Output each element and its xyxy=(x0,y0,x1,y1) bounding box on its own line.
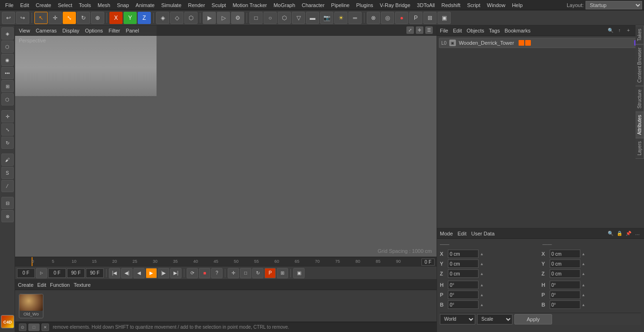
size-h-arrow[interactable]: ▲ xyxy=(582,283,586,287)
obj-menu-file[interactable]: File xyxy=(440,28,448,33)
timeline-view-icon[interactable]: ⊞ xyxy=(277,268,288,278)
attr-more-icon[interactable]: … xyxy=(634,230,641,237)
menu-snap[interactable]: Snap xyxy=(114,0,132,10)
size-p-input[interactable] xyxy=(550,291,580,299)
menu-script[interactable]: Script xyxy=(464,0,484,10)
rot-p-arrow[interactable]: ▲ xyxy=(480,293,484,297)
obj-add-icon[interactable]: + xyxy=(625,27,632,34)
pos-y-arrow[interactable]: ▲ xyxy=(480,262,484,266)
scale-x-input[interactable] xyxy=(550,250,580,258)
preview-max-input[interactable] xyxy=(86,268,104,278)
status-icon-2[interactable]: □ xyxy=(28,324,40,331)
rot-b-input[interactable] xyxy=(448,300,479,309)
menu-simulate[interactable]: Simulate xyxy=(158,0,185,10)
menu-window[interactable]: Window xyxy=(484,0,509,10)
sphere-button[interactable]: ○ xyxy=(264,12,277,24)
rotate-button[interactable]: ↻ xyxy=(77,12,90,24)
object-mode-icon[interactable]: ◈ xyxy=(1,27,14,40)
preview-start-btn[interactable]: ▷ xyxy=(36,268,47,278)
edge-mode-icon[interactable]: ⊞ xyxy=(1,80,14,92)
object-item-derrick[interactable]: L0 ▣ Wooden_Derrick_Tower xyxy=(439,38,642,48)
viewport-menu-panel[interactable]: Panel xyxy=(126,28,139,33)
mat-menu-create[interactable]: Create xyxy=(18,282,33,288)
tab-takes[interactable]: Takes xyxy=(636,25,644,44)
world-dropdown[interactable]: World Object xyxy=(440,314,475,324)
step-forward-button[interactable]: |▶ xyxy=(158,268,169,278)
key-button[interactable]: P xyxy=(409,12,422,24)
viewport-move-icon[interactable]: ✛ xyxy=(416,26,423,34)
cone-button[interactable]: ▽ xyxy=(292,12,305,24)
viewport-menu-filter[interactable]: Filter xyxy=(108,28,120,33)
knife-tool-icon[interactable]: ∕ xyxy=(1,180,14,192)
key-sel-icon[interactable]: □ xyxy=(240,268,251,278)
sculpt-tool-icon[interactable]: S xyxy=(1,167,14,179)
camera-button[interactable]: 📷 xyxy=(320,12,333,24)
magnet-tool-icon[interactable]: ⊗ xyxy=(1,210,14,222)
status-icon-1[interactable]: ⊙ xyxy=(19,324,26,331)
viewport-maximize-icon[interactable]: ⤢ xyxy=(406,26,414,34)
attr-menu-mode[interactable]: Mode xyxy=(440,231,453,236)
select-mode-button[interactable]: ↖ xyxy=(34,12,48,24)
snap-button[interactable]: ◎ xyxy=(381,12,394,24)
menu-render[interactable]: Render xyxy=(185,0,208,10)
mat-menu-texture[interactable]: Texture xyxy=(74,282,91,288)
scale-y-input[interactable] xyxy=(550,259,580,268)
rot-h-input[interactable] xyxy=(448,281,479,289)
rot-p-input[interactable] xyxy=(448,291,479,299)
paint-tool-icon[interactable]: 🖌 xyxy=(1,154,14,166)
point-mode-icon[interactable]: ••• xyxy=(1,67,14,79)
viewport-menu-cameras[interactable]: Cameras xyxy=(36,28,57,33)
polygon-mode-icon[interactable]: ⬡ xyxy=(1,93,14,105)
texture-mode-icon[interactable]: ⬡ xyxy=(1,40,14,53)
pos-x-input[interactable] xyxy=(448,250,479,258)
size-p-arrow[interactable]: ▲ xyxy=(582,293,586,297)
material-swatch-0[interactable]: Old_Wo xyxy=(19,294,43,318)
attr-lock-icon[interactable]: 🔒 xyxy=(616,230,623,237)
end-frame-input[interactable] xyxy=(67,268,85,278)
edge-mode-button[interactable]: ◇ xyxy=(170,12,183,24)
menu-plugins[interactable]: Plugins xyxy=(353,0,376,10)
tab-structure[interactable]: Structure xyxy=(636,86,644,112)
menu-sculpt[interactable]: Sculpt xyxy=(208,0,230,10)
pos-x-arrow[interactable]: ▲ xyxy=(480,252,484,256)
polygon-mode-button[interactable]: ⬡ xyxy=(184,12,198,24)
y-axis-button[interactable]: Y xyxy=(124,12,137,24)
obj-menu-bookmarks[interactable]: Bookmarks xyxy=(504,28,530,33)
scale-button[interactable]: ⤡ xyxy=(63,12,76,24)
point-mode-button[interactable]: ◈ xyxy=(156,12,169,24)
rot-h-arrow[interactable]: ▲ xyxy=(480,283,484,287)
cube-button[interactable]: □ xyxy=(249,12,263,24)
menu-tools[interactable]: Tools xyxy=(75,0,94,10)
x-axis-button[interactable]: X xyxy=(109,12,123,24)
move-tool-icon[interactable]: ✛ xyxy=(1,110,14,122)
obj-menu-objects[interactable]: Objects xyxy=(467,28,484,33)
floor-button[interactable]: ═ xyxy=(348,12,362,24)
scale-z-input[interactable] xyxy=(550,269,580,278)
obj-menu-tags[interactable]: Tags xyxy=(489,28,500,33)
scale-y-arrow[interactable]: ▲ xyxy=(582,262,586,266)
viewport-3d[interactable]: X Y Z View Cameras Display Options Filte… xyxy=(15,25,437,257)
status-icon-3[interactable]: ✕ xyxy=(41,324,49,331)
bp-icon[interactable]: ◉ xyxy=(1,54,14,66)
undo-button[interactable]: ↩ xyxy=(2,12,15,24)
viewport-menu-display[interactable]: Display xyxy=(62,28,79,33)
attr-menu-edit[interactable]: Edit xyxy=(458,231,467,236)
menu-animate[interactable]: Animate xyxy=(132,0,158,10)
viewport-settings-icon[interactable]: ☰ xyxy=(425,26,433,34)
render-view-button[interactable]: ▶ xyxy=(203,12,216,24)
layout-dropdown[interactable]: Startup Standard BP UV Edit Minimal xyxy=(586,1,642,9)
rotate-tool-icon[interactable]: ↻ xyxy=(1,137,14,149)
transform-button[interactable]: ⊕ xyxy=(91,12,104,24)
render-icon[interactable]: ▣ xyxy=(293,268,305,278)
auto-key-icon[interactable]: ↻ xyxy=(252,268,264,278)
render-settings-button[interactable]: ⚙ xyxy=(231,12,244,24)
start-frame-input[interactable] xyxy=(17,268,35,278)
attr-search-icon[interactable]: 🔍 xyxy=(607,230,614,237)
keyframe-button[interactable]: ▣ xyxy=(438,12,451,24)
viewport-menu-options[interactable]: Options xyxy=(85,28,103,33)
scale-dropdown[interactable]: Scale Size xyxy=(477,314,512,324)
add-keyframe-icon[interactable]: ✛ xyxy=(228,268,239,278)
redo-button[interactable]: ↪ xyxy=(16,12,29,24)
magnet-button[interactable]: ⊗ xyxy=(367,12,380,24)
current-frame-display[interactable]: 0 F xyxy=(421,259,435,266)
